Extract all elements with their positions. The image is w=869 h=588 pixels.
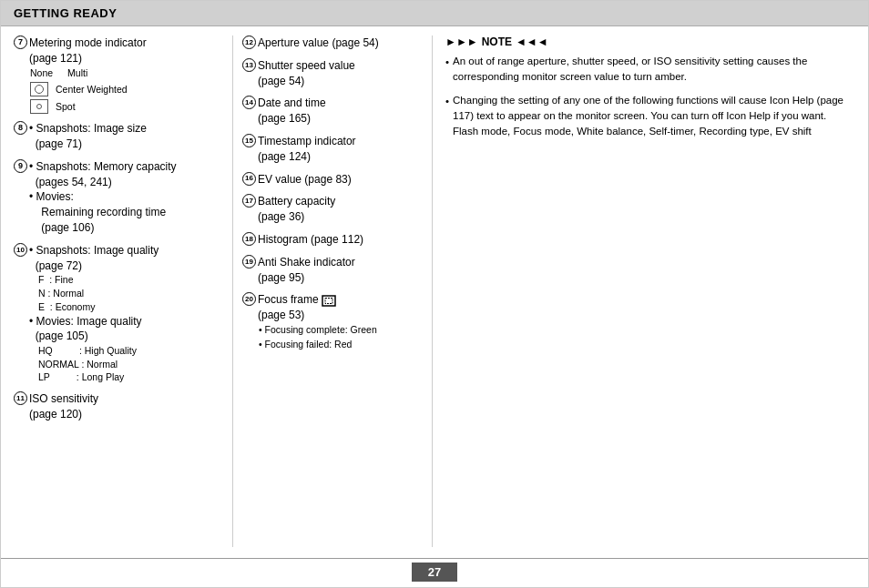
footer: 27	[1, 558, 868, 587]
movies-quality-title: • Movies: Image quality (page 105)	[29, 314, 158, 345]
list-item-12: 12 Aperture value (page 54)	[242, 35, 423, 51]
item-title-12: Aperture value (page 54)	[258, 35, 379, 51]
snapshots-quality-title: • Snapshots: Image quality (page 72)	[29, 243, 158, 274]
list-item-14: 14 Date and time(page 165)	[242, 96, 423, 127]
bullet-text-2: Changing the setting of any one of the f…	[453, 93, 855, 140]
bullet-dot-1: •	[445, 55, 449, 86]
none-label: None	[30, 66, 53, 80]
item-title-8: • Snapshots: Image size (page 71)	[29, 121, 147, 152]
left-column: 7 Metering mode indicator(page 121) None…	[14, 35, 232, 547]
note-right-arrows: ◄◄◄	[516, 35, 548, 48]
item-number-13: 13	[242, 58, 256, 72]
list-item-15: 15 Timestamp indicator(page 124)	[242, 134, 423, 165]
page-wrapper: GETTING READY 7 Metering mode indicator(…	[0, 0, 869, 588]
note-left-arrows: ►►►	[445, 35, 478, 48]
spot-row: Spot	[30, 99, 223, 114]
list-item-17: 17 Battery capacity(page 36)	[242, 194, 423, 225]
item-title-13: Shutter speed value(page 54)	[258, 58, 355, 89]
item-number-19: 19	[242, 255, 256, 269]
item-number-11: 11	[14, 391, 27, 405]
movies-quality-lines: HQ : High QualityNORMAL : NormalLP : Lon…	[38, 344, 158, 384]
svg-rect-1	[325, 298, 332, 303]
content-area: 7 Metering mode indicator(page 121) None…	[1, 26, 868, 556]
focus-frame-sub: • Focusing complete: Green• Focusing fai…	[259, 323, 423, 352]
list-item-13: 13 Shutter speed value(page 54)	[242, 58, 423, 89]
item-number-16: 16	[242, 172, 256, 186]
item-number-18: 18	[242, 232, 256, 246]
item-title-17: Battery capacity(page 36)	[258, 194, 335, 225]
item-number-12: 12	[242, 35, 256, 49]
page-number: 27	[412, 563, 457, 582]
list-item-16: 16 EV value (page 83)	[242, 172, 423, 188]
spot-icon	[30, 99, 48, 114]
multi-label: Multi	[67, 66, 87, 80]
note-item-1: • An out of range aperture, shutter spee…	[445, 54, 855, 86]
item-number-8: 8	[14, 121, 27, 135]
bullet-2: • Changing the setting of any one of the…	[445, 93, 855, 140]
quality-lines: F : FineN : NormalE : Economy	[38, 273, 158, 313]
note-label: NOTE	[482, 35, 512, 48]
svg-rect-0	[322, 296, 335, 306]
right-column: ►►► NOTE ◄◄◄ • An out of range aperture,…	[433, 35, 855, 547]
list-item-9: 9 • Snapshots: Memory capacity (pages 54…	[14, 159, 223, 236]
header-title: GETTING READY	[14, 6, 117, 20]
item-number-17: 17	[242, 194, 256, 208]
bullet-dot-2: •	[445, 94, 449, 140]
list-item-19: 19 Anti Shake indicator(page 95)	[242, 255, 423, 286]
item-title-14: Date and time(page 165)	[258, 96, 326, 127]
bullet-1: • An out of range aperture, shutter spee…	[445, 54, 855, 86]
item-number-14: 14	[242, 96, 256, 109]
note-header: ►►► NOTE ◄◄◄	[445, 35, 855, 48]
list-item-8: 8 • Snapshots: Image size (page 71)	[14, 121, 223, 152]
center-weighted-row: Center Weighted	[30, 82, 223, 96]
list-item-10: 10 • Snapshots: Image quality (page 72) …	[14, 243, 223, 384]
center-weighted-icon	[30, 82, 48, 96]
item-number-10: 10	[14, 243, 27, 257]
item-title-16: EV value (page 83)	[258, 172, 352, 188]
center-weighted-label: Center Weighted	[56, 83, 128, 96]
header-bar: GETTING READY	[1, 1, 868, 26]
list-item-11: 11 ISO sensitivity(page 120)	[14, 391, 223, 422]
item-title-20: Focus frame (page 53)	[258, 292, 336, 323]
item-content-10: • Snapshots: Image quality (page 72) F :…	[29, 243, 158, 384]
item-title-15: Timestamp indicator(page 124)	[258, 134, 356, 165]
list-item: 7 Metering mode indicator(page 121) None…	[14, 35, 223, 114]
bullet-text-1: An out of range aperture, shutter speed,…	[453, 54, 855, 86]
item-number-9: 9	[14, 159, 27, 173]
item-number-20: 20	[242, 292, 256, 306]
list-item-20: 20 Focus frame (page 53) • Focusing comp…	[242, 292, 423, 351]
middle-column: 12 Aperture value (page 54) 13 Shutter s…	[232, 35, 433, 547]
item-title-7: Metering mode indicator(page 121)	[29, 35, 147, 66]
item-title-11: ISO sensitivity(page 120)	[29, 391, 98, 422]
none-multi-row: None Multi	[30, 66, 223, 80]
spot-label: Spot	[56, 100, 76, 114]
note-item-2: • Changing the setting of any one of the…	[445, 93, 855, 140]
focus-frame-icon	[322, 295, 336, 307]
item-number-7: 7	[14, 35, 27, 49]
item-title-19: Anti Shake indicator(page 95)	[258, 255, 355, 286]
item-number-15: 15	[242, 134, 256, 147]
list-item-18: 18 Histogram (page 112)	[242, 232, 423, 248]
item-title-9: • Snapshots: Memory capacity (pages 54, …	[29, 159, 177, 236]
item-title-18: Histogram (page 112)	[258, 232, 363, 248]
